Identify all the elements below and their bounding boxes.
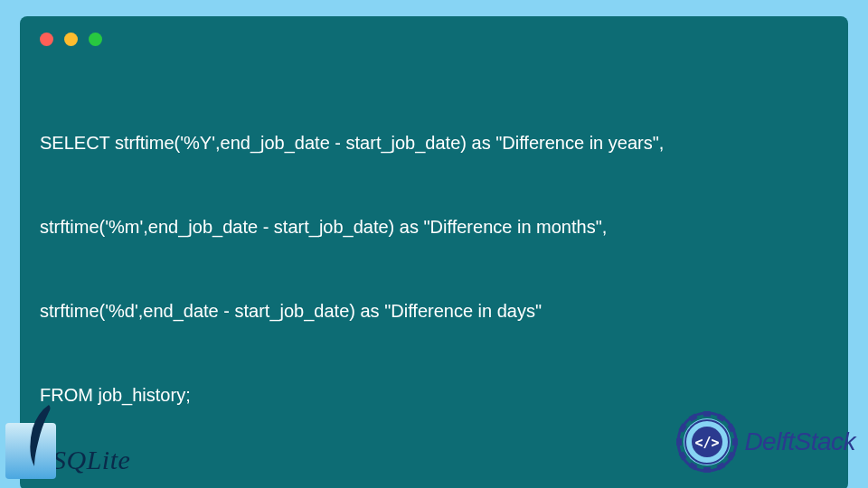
code-line: strftime('%d',end_date - start_job_date)… — [40, 297, 828, 325]
delftstack-text: DelftStack — [744, 427, 855, 456]
feather-icon — [22, 403, 58, 468]
window-traffic-lights — [40, 33, 828, 46]
sqlite-logo: SQLite — [5, 423, 130, 479]
code-line: SELECT strftime('%Y',end_job_date - star… — [40, 129, 828, 157]
sqlite-text: SQLite — [52, 445, 130, 475]
close-icon[interactable] — [40, 33, 53, 46]
delftstack-logo: </> DelftStack — [675, 410, 855, 474]
code-line: strftime('%m',end_job_date - start_job_d… — [40, 213, 828, 241]
delftstack-emblem-icon: </> — [675, 410, 739, 474]
minimize-icon[interactable] — [64, 33, 78, 46]
code-line: FROM job_history; — [40, 381, 828, 409]
sqlite-box-icon — [5, 423, 56, 479]
svg-text:</>: </> — [695, 435, 720, 451]
maximize-icon[interactable] — [89, 33, 102, 46]
code-block: SELECT strftime('%Y',end_job_date - star… — [40, 73, 828, 465]
